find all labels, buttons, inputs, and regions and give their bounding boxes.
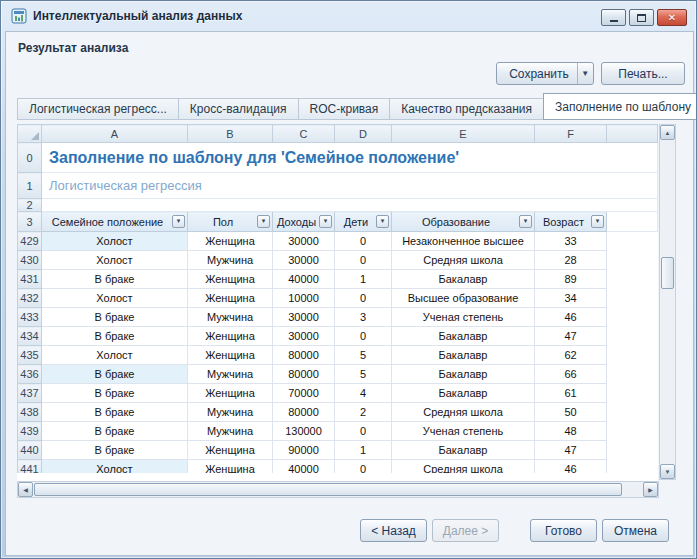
row-number[interactable]: 434 [18, 327, 42, 346]
cell[interactable]: 70000 [273, 384, 335, 403]
cell[interactable]: 80000 [273, 365, 335, 384]
cell[interactable]: Женщина [188, 460, 273, 474]
row-number[interactable]: 439 [18, 422, 42, 441]
column-letter-D[interactable]: D [335, 125, 392, 143]
cell[interactable]: Холост [42, 251, 188, 270]
cell[interactable]: Мужчина [188, 308, 273, 327]
cell[interactable]: Бакалавр [392, 441, 535, 460]
close-button[interactable]: ✕ [657, 9, 687, 26]
cell[interactable]: 30000 [273, 327, 335, 346]
row-number[interactable]: 437 [18, 384, 42, 403]
scroll-up-button[interactable]: ▲ [660, 125, 675, 140]
save-button-label[interactable]: Сохранить [497, 67, 577, 81]
row-number[interactable]: 441 [18, 460, 42, 474]
cell[interactable]: Высшее образование [392, 289, 535, 308]
cell[interactable]: Холост [42, 460, 188, 474]
field-header[interactable]: Возраст▾ [535, 212, 607, 232]
cell[interactable]: Мужчина [188, 365, 273, 384]
cell[interactable]: Бакалавр [392, 346, 535, 365]
cell[interactable]: Холост [42, 232, 188, 251]
cell[interactable]: Женщина [188, 384, 273, 403]
row-number[interactable]: 429 [18, 232, 42, 251]
horizontal-scroll-thumb[interactable] [34, 483, 622, 496]
cell[interactable]: В браке [42, 422, 188, 441]
column-letter-F[interactable]: F [535, 125, 607, 143]
cell[interactable]: Средняя школа [392, 460, 535, 474]
row-number[interactable]: 436 [18, 365, 42, 384]
cell[interactable]: Женщина [188, 232, 273, 251]
cell[interactable]: 1 [335, 441, 392, 460]
cell[interactable]: Бакалавр [392, 365, 535, 384]
cell[interactable]: 5 [335, 346, 392, 365]
cell[interactable]: 30000 [273, 308, 335, 327]
cell[interactable]: 46 [535, 460, 607, 474]
cell[interactable]: 89 [535, 270, 607, 289]
cell[interactable]: 47 [535, 327, 607, 346]
cell[interactable]: Мужчина [188, 422, 273, 441]
cell[interactable]: 40000 [273, 460, 335, 474]
cell[interactable]: 50 [535, 403, 607, 422]
cell[interactable]: Мужчина [188, 251, 273, 270]
cell[interactable]: В браке [42, 308, 188, 327]
cell[interactable]: 4 [335, 384, 392, 403]
save-button[interactable]: Сохранить ▼ [496, 62, 594, 85]
cancel-button[interactable]: Отмена [602, 519, 669, 542]
cell[interactable]: 3 [335, 308, 392, 327]
cell[interactable]: Бакалавр [392, 270, 535, 289]
cell[interactable]: 130000 [273, 422, 335, 441]
row-number[interactable]: 433 [18, 308, 42, 327]
tab-roc-curve[interactable]: ROC-кривая [298, 98, 391, 120]
cell[interactable]: Женщина [188, 327, 273, 346]
cell[interactable]: 0 [335, 251, 392, 270]
cell[interactable]: 33 [535, 232, 607, 251]
cell[interactable]: 80000 [273, 346, 335, 365]
cell[interactable]: В браке [42, 403, 188, 422]
cell[interactable]: 34 [535, 289, 607, 308]
horizontal-scrollbar[interactable]: ◀ ▶ [17, 481, 659, 498]
maximize-button[interactable] [629, 9, 654, 26]
cell[interactable]: 5 [335, 365, 392, 384]
cell[interactable]: 62 [535, 346, 607, 365]
cell[interactable]: Женщина [188, 346, 273, 365]
row-number[interactable]: 430 [18, 251, 42, 270]
cell[interactable]: 40000 [273, 270, 335, 289]
cell[interactable]: 48 [535, 422, 607, 441]
grid-spacer-cell[interactable] [42, 199, 658, 212]
field-header[interactable]: Пол▾ [188, 212, 273, 232]
titlebar[interactable]: Интеллектуальный анализ данных ✕ [1, 1, 696, 31]
cell[interactable]: 28 [535, 251, 607, 270]
cell[interactable]: Холост [42, 289, 188, 308]
cell[interactable]: В браке [42, 365, 188, 384]
filter-dropdown-button[interactable]: ▾ [319, 215, 332, 228]
cell[interactable]: Бакалавр [392, 384, 535, 403]
scroll-down-button[interactable]: ▼ [660, 464, 675, 479]
cell[interactable]: Средняя школа [392, 251, 535, 270]
cell[interactable]: 46 [535, 308, 607, 327]
minimize-button[interactable] [601, 9, 626, 26]
scroll-right-button[interactable]: ▶ [643, 482, 658, 497]
save-dropdown-arrow-icon[interactable]: ▼ [577, 63, 593, 84]
cell[interactable]: 61 [535, 384, 607, 403]
cell[interactable]: 0 [335, 422, 392, 441]
row-number[interactable]: 431 [18, 270, 42, 289]
row-number[interactable]: 440 [18, 441, 42, 460]
finish-button[interactable]: Готово [530, 519, 597, 542]
row-number[interactable]: 3 [18, 212, 42, 232]
filter-dropdown-button[interactable]: ▾ [376, 215, 389, 228]
cell[interactable]: Незаконченное высшее [392, 232, 535, 251]
cell[interactable]: Средняя школа [392, 403, 535, 422]
vertical-scroll-thumb[interactable] [661, 257, 674, 289]
row-number[interactable]: 432 [18, 289, 42, 308]
column-letter-E[interactable]: E [392, 125, 535, 143]
cell[interactable]: 90000 [273, 441, 335, 460]
field-header[interactable]: Дети▾ [335, 212, 392, 232]
grid-subtitle-cell[interactable]: Логистическая регрессия [42, 173, 658, 199]
cell[interactable]: Женщина [188, 441, 273, 460]
cell[interactable]: В браке [42, 441, 188, 460]
print-button[interactable]: Печать... [601, 62, 685, 85]
vertical-scrollbar[interactable]: ▲ ▼ [659, 124, 676, 480]
cell[interactable]: В браке [42, 270, 188, 289]
row-number[interactable]: 0 [18, 143, 42, 173]
cell[interactable]: 10000 [273, 289, 335, 308]
tab-cross-validation[interactable]: Кросс-валидация [178, 98, 299, 120]
